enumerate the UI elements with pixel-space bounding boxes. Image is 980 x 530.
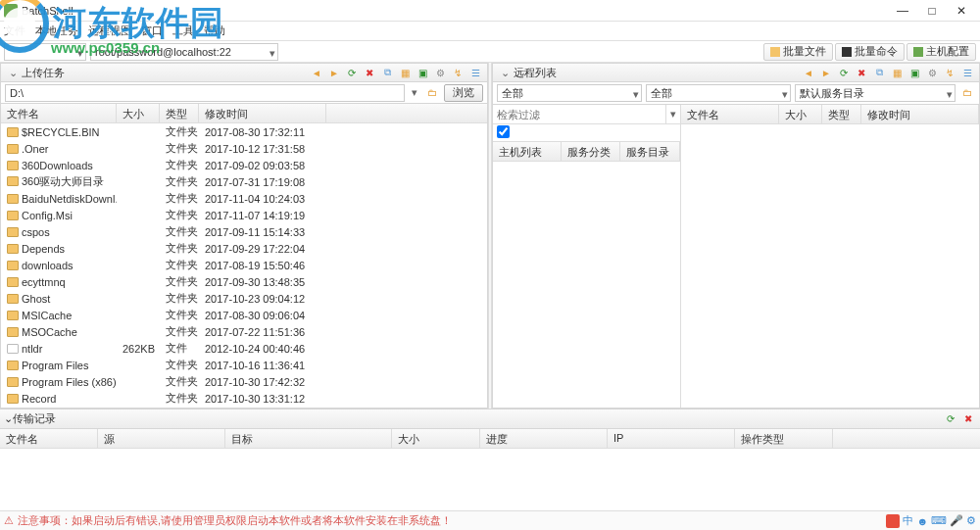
collapse-icon[interactable]: ⌄	[9, 67, 18, 79]
refresh-icon[interactable]: ⟳	[344, 65, 360, 80]
table-row[interactable]: Program Files (x86)文件夹2017-10-30 17:42:3…	[1, 373, 487, 390]
host-list-body[interactable]	[493, 162, 680, 408]
view-icon[interactable]: ☰	[959, 65, 975, 80]
path-dropdown-icon[interactable]: ▾	[409, 86, 420, 99]
filter-dropdown-icon[interactable]: ▾	[666, 105, 680, 123]
table-row[interactable]: Config.Msi文件夹2017-11-07 14:19:19	[1, 207, 487, 223]
props-icon[interactable]: ⚙	[924, 65, 940, 80]
download-icon[interactable]: ▣	[906, 65, 922, 80]
tcol-file[interactable]: 文件名	[0, 429, 98, 448]
delete-icon[interactable]: ✖	[854, 65, 869, 80]
folder-icon	[7, 277, 19, 287]
rcol-size[interactable]: 大小	[779, 105, 822, 123]
maximize-button[interactable]: □	[917, 4, 947, 18]
select-all-checkbox[interactable]	[497, 125, 510, 138]
tray-smile-icon[interactable]: ☻	[916, 515, 928, 527]
batch-cmd-button[interactable]: 批量命令	[835, 43, 905, 61]
table-row[interactable]: System Volume Info...文件夹1970-01-01 08:00…	[1, 407, 487, 409]
menu-localtask[interactable]: 本地任务	[35, 24, 78, 38]
table-row[interactable]: Depends文件夹2017-09-29 17:22:04	[1, 240, 487, 257]
filter-grp-val: 全部	[651, 87, 672, 99]
tcol-progress[interactable]: 进度	[480, 429, 608, 448]
nav-fwd-icon[interactable]: ►	[818, 65, 834, 80]
table-row[interactable]: BaiduNetdiskDownl...文件夹2017-11-04 10:24:…	[1, 190, 487, 207]
filter-category-combo[interactable]: 全部	[497, 84, 642, 102]
table-row[interactable]: 360Downloads文件夹2017-09-02 09:03:58	[1, 157, 487, 173]
tray-keyboard-icon[interactable]: ⌨	[931, 514, 947, 527]
refresh-icon[interactable]: ⟳	[943, 411, 958, 427]
delete-icon[interactable]: ✖	[362, 65, 377, 80]
nav-fwd-icon[interactable]: ►	[326, 65, 342, 80]
app-icon	[4, 4, 18, 18]
session-combo[interactable]	[4, 43, 86, 61]
menu-help[interactable]: 帮助	[204, 24, 225, 38]
col-category[interactable]: 服务分类	[562, 142, 620, 161]
table-row[interactable]: Ghost文件夹2017-10-23 09:04:12	[1, 290, 487, 307]
local-path-input[interactable]	[5, 84, 405, 102]
remote-file-list[interactable]	[681, 124, 979, 408]
folder-icon	[7, 161, 19, 170]
table-row[interactable]: MSOCache文件夹2017-07-22 11:51:36	[1, 323, 487, 340]
local-file-list[interactable]: 文件名 大小 类型 修改时间 $RECYCLE.BIN文件夹2017-08-30…	[0, 104, 488, 409]
col-servicedir[interactable]: 服务目录	[620, 142, 680, 161]
tray-ime-icon[interactable]	[886, 514, 900, 528]
col-size[interactable]: 大小	[117, 104, 160, 122]
table-row[interactable]: 360驱动大师目录文件夹2017-07-31 17:19:08	[1, 173, 487, 190]
copy-icon[interactable]: ⧉	[871, 65, 887, 80]
col-host[interactable]: 主机列表	[493, 142, 562, 161]
nav-back-icon[interactable]: ◄	[801, 65, 816, 80]
col-type[interactable]: 类型	[160, 104, 199, 122]
menu-remoteview[interactable]: 远程视图	[88, 24, 131, 38]
filter-group-combo[interactable]: 全部	[646, 84, 791, 102]
table-row[interactable]: .Oner文件夹2017-10-12 17:31:58	[1, 140, 487, 157]
minimize-button[interactable]: —	[888, 4, 917, 18]
table-row[interactable]: Record文件夹2017-10-30 13:31:12	[1, 390, 487, 407]
remote-pane: ⌄ 远程列表 ◄ ► ⟳ ✖ ⧉ ▦ ▣ ⚙ ↯ ☰ 全部 全部 默认服务目录 …	[492, 63, 980, 409]
host-config-button[interactable]: 主机配置	[906, 43, 976, 61]
batch-file-button[interactable]: 批量文件	[763, 43, 833, 61]
tcol-ip[interactable]: IP	[608, 429, 735, 448]
table-row[interactable]: cspos文件夹2017-09-11 15:14:33	[1, 223, 487, 240]
refresh-icon[interactable]: ⟳	[836, 65, 852, 80]
tcol-source[interactable]: 源	[98, 429, 225, 448]
props-icon[interactable]: ⚙	[432, 65, 448, 80]
table-row[interactable]: ecyttmnq文件夹2017-09-30 13:48:35	[1, 273, 487, 290]
table-row[interactable]: Program Files文件夹2017-10-16 11:36:41	[1, 357, 487, 373]
table-row[interactable]: downloads文件夹2017-08-19 15:50:46	[1, 257, 487, 273]
collapse-icon[interactable]: ⌄	[501, 67, 510, 79]
menu-window[interactable]: 窗口	[141, 24, 163, 38]
table-row[interactable]: $RECYCLE.BIN文件夹2017-08-30 17:32:11	[1, 123, 487, 140]
col-date[interactable]: 修改时间	[199, 104, 326, 122]
newfolder-icon[interactable]: ▦	[889, 65, 905, 80]
tray-mic-icon[interactable]: 🎤	[950, 514, 963, 527]
view-icon[interactable]: ☰	[467, 65, 483, 80]
col-name[interactable]: 文件名	[1, 104, 117, 122]
rcol-type[interactable]: 类型	[822, 105, 861, 123]
collapse-icon[interactable]: ⌄	[4, 412, 13, 425]
link-icon[interactable]: ↯	[942, 65, 957, 80]
host-config-label: 主机配置	[926, 44, 969, 59]
table-row[interactable]: MSICache文件夹2017-08-30 09:06:04	[1, 307, 487, 323]
menu-tools[interactable]: 工具	[172, 24, 194, 38]
browse-button[interactable]: 浏览	[444, 84, 483, 102]
open-folder-icon[interactable]: 🗀	[424, 85, 440, 101]
host-filter-input[interactable]	[493, 105, 666, 123]
tcol-target[interactable]: 目标	[225, 429, 392, 448]
tcol-size[interactable]: 大小	[392, 429, 480, 448]
upload-icon[interactable]: ▣	[415, 65, 430, 80]
rcol-date[interactable]: 修改时间	[861, 105, 979, 123]
tcol-op[interactable]: 操作类型	[735, 429, 833, 448]
close-button[interactable]: ✕	[947, 4, 976, 18]
tray-settings-icon[interactable]: ⚙	[966, 514, 976, 527]
copy-icon[interactable]: ⧉	[379, 65, 395, 80]
nav-back-icon[interactable]: ◄	[309, 65, 324, 80]
link-icon[interactable]: ↯	[450, 65, 466, 80]
service-dir-combo[interactable]: 默认服务目录	[795, 84, 956, 102]
clear-icon[interactable]: ✖	[960, 411, 976, 427]
rcol-name[interactable]: 文件名	[681, 105, 779, 123]
table-row[interactable]: ntldr262KB文件2012-10-24 00:40:46	[1, 340, 487, 357]
newfolder-icon[interactable]: ▦	[397, 65, 413, 80]
open-dir-icon[interactable]: 🗀	[959, 84, 975, 100]
host-combo[interactable]: root/password@localhost:22	[90, 43, 278, 61]
menu-file[interactable]: 文件	[4, 24, 25, 38]
